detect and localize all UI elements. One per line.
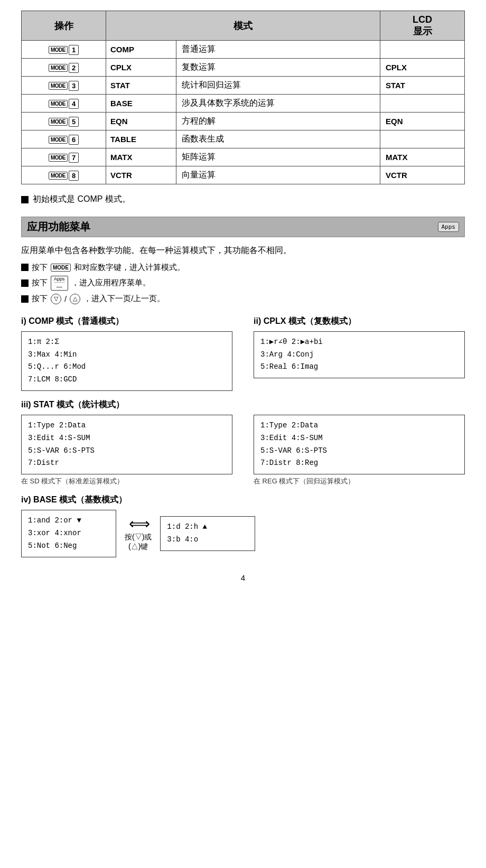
bullet-icon-3 xyxy=(21,295,29,303)
display-line: 7:Distr 8:Reg xyxy=(260,457,458,470)
display-line: 1:π 2:Σ xyxy=(28,336,226,349)
bullet2-rest: ，进入应用程序菜单。 xyxy=(71,278,151,288)
desc-cell: 普通运算 xyxy=(176,41,380,59)
bullet3-pre: 按下 xyxy=(32,294,48,304)
display-line: 3:Edit 4:S-SUM xyxy=(28,432,226,445)
op-cell: MODE1 xyxy=(22,41,106,59)
table-row: MODE4BASE涉及具体数字系统的运算 xyxy=(22,95,465,113)
stat-row: 1:Type 2:Data3:Edit 4:S-SUM5:S-VAR 6:S-P… xyxy=(21,415,465,486)
lcd-cell: STAT xyxy=(380,77,465,95)
mode-name-cell: EQN xyxy=(106,113,176,130)
arrow-icon: ⟺ xyxy=(129,515,148,533)
bullet2-pre: 按下 xyxy=(32,278,48,288)
table-row: MODE6TABLE函数表生成 xyxy=(22,130,465,148)
table-row: MODE7MATX矩阵运算MATX xyxy=(22,148,465,166)
base-right-display: 1:d 2:h ▲3:b 4:o xyxy=(160,516,255,551)
cplx-display: 1:▶r∠θ 2:▶a+bi3:Arg 4:Conj5:Real 6:Imag xyxy=(254,331,465,378)
lcd-cell xyxy=(380,41,465,59)
mode-name-cell: MATX xyxy=(106,148,176,166)
lcd-cell xyxy=(380,95,465,113)
display-line: 5:S-VAR 6:S-PTS xyxy=(28,445,226,458)
bullet3-slash: / xyxy=(64,294,67,303)
bullet1-rest: 和对应数字键，进入计算模式。 xyxy=(74,263,185,273)
op-cell: MODE7 xyxy=(22,148,106,166)
display-line: 1:▶r∠θ 2:▶a+bi xyxy=(260,336,458,349)
table-header-mode: 模式 xyxy=(106,11,380,41)
bullet-icon-2 xyxy=(21,279,29,287)
bullet-line-3: 按下 ▽ / △ ，进入下一页/上一页。 xyxy=(21,294,465,304)
table-header-lcd: LCD显示 xyxy=(380,11,465,41)
table-row: MODE2CPLX复数运算CPLX xyxy=(22,59,465,77)
desc-cell: 涉及具体数字系统的运算 xyxy=(176,95,380,113)
mode-name-cell: COMP xyxy=(106,41,176,59)
mode-name-cell: TABLE xyxy=(106,130,176,148)
display-line: 1:and 2:or ▼ xyxy=(28,515,109,527)
op-cell: MODE4 xyxy=(22,95,106,113)
desc-cell: 统计和回归运算 xyxy=(176,77,380,95)
base-row: 1:and 2:or ▼3:xor 4:xnor5:Not 6:Neg ⟺ 按(… xyxy=(21,510,465,557)
bullet1-pre: 按下 xyxy=(32,263,48,273)
apps-title: 应用功能菜单 xyxy=(27,220,90,234)
display-line: 1:Type 2:Data xyxy=(260,419,458,432)
lcd-cell: EQN xyxy=(380,113,465,130)
display-line: 1:d 2:h ▲ xyxy=(167,521,248,534)
comp-display: 1:π 2:Σ3:Max 4:Min5:Q...r 6:Mod7:LCM 8:G… xyxy=(21,331,232,391)
base-left-display: 1:and 2:or ▼3:xor 4:xnor5:Not 6:Neg xyxy=(21,510,116,557)
desc-cell: 向量运算 xyxy=(176,166,380,184)
stat-sd-block: 1:Type 2:Data3:Edit 4:S-SUM5:S-VAR 6:S-P… xyxy=(21,415,232,486)
lcd-cell: VCTR xyxy=(380,166,465,184)
lcd-cell: CPLX xyxy=(380,59,465,77)
op-cell: MODE5 xyxy=(22,113,106,130)
table-row: MODE5EQN方程的解EQN xyxy=(22,113,465,130)
apps-key-label: Apps xyxy=(54,277,65,282)
base-arrow-block: ⟺ 按(▽)或(△)键 xyxy=(125,515,152,552)
apps-description: 应用菜单中包含各种数学功能。在每一种运算模式下，其功能各不相同。 xyxy=(21,244,465,257)
lcd-cell xyxy=(380,130,465,148)
bullet-line-1: 按下 MODE 和对应数字键，进入计算模式。 xyxy=(21,263,465,273)
base-title: iv) BASE 模式（基数模式） xyxy=(21,494,465,506)
bullet3-rest: ，进入下一页/上一页。 xyxy=(83,294,165,304)
desc-cell: 复数运算 xyxy=(176,59,380,77)
mode-name-cell: VCTR xyxy=(106,166,176,184)
mode-name-cell: STAT xyxy=(106,77,176,95)
stat-reg-block: 1:Type 2:Data3:Edit 4:S-SUM5:S-VAR 6:S-P… xyxy=(254,415,465,486)
table-row: MODE1COMP普通运算 xyxy=(22,41,465,59)
cplx-block: ii) CPLX 模式（复数模式） 1:▶r∠θ 2:▶a+bi3:Arg 4:… xyxy=(254,307,465,391)
table-row: MODE8VCTR向量运算VCTR xyxy=(22,166,465,184)
display-line: 5:S-VAR 6:S-PTS xyxy=(260,445,458,458)
mode-table: 操作 模式 LCD显示 MODE1COMP普通运算MODE2CPLX复数运算CP… xyxy=(21,11,465,184)
desc-cell: 函数表生成 xyxy=(176,130,380,148)
op-cell: MODE2 xyxy=(22,59,106,77)
bullet-line-2: 按下 Apps ― ，进入应用程序菜单。 xyxy=(21,276,465,291)
mode-key-inline: MODE xyxy=(51,264,71,272)
apps-section-header: 应用功能菜单 Apps xyxy=(21,217,465,237)
display-line: 7:Distr xyxy=(28,457,226,470)
up-key: △ xyxy=(70,294,80,304)
apps-key-inline: Apps ― xyxy=(51,276,68,291)
display-line: 5:Q...r 6:Mod xyxy=(28,361,226,374)
op-cell: MODE8 xyxy=(22,166,106,184)
comp-block: i) COMP 模式（普通模式） 1:π 2:Σ3:Max 4:Min5:Q..… xyxy=(21,307,232,391)
desc-cell: 方程的解 xyxy=(176,113,380,130)
base-key-label-line: (△)键 xyxy=(128,542,148,550)
display-line: 3:Arg 4:Conj xyxy=(260,349,458,361)
desc-cell: 矩阵运算 xyxy=(176,148,380,166)
display-line: 5:Real 6:Imag xyxy=(260,361,458,374)
cplx-title: ii) CPLX 模式（复数模式） xyxy=(254,316,465,327)
stat-reg-display: 1:Type 2:Data3:Edit 4:S-SUM5:S-VAR 6:S-P… xyxy=(254,415,465,474)
bullet-icon-1 xyxy=(21,264,29,271)
note-text: 初始模式是 COMP 模式。 xyxy=(33,194,130,205)
lcd-cell: MATX xyxy=(380,148,465,166)
display-line: 1:Type 2:Data xyxy=(28,419,226,432)
display-line: 7:LCM 8:GCD xyxy=(28,374,226,386)
table-row: MODE3STAT统计和回归运算STAT xyxy=(22,77,465,95)
table-header-op: 操作 xyxy=(22,11,106,41)
base-key-label: 按(▽)或(△)键 xyxy=(125,533,152,552)
comp-title: i) COMP 模式（普通模式） xyxy=(21,316,232,327)
display-line: 5:Not 6:Neg xyxy=(28,540,109,553)
mode-name-cell: CPLX xyxy=(106,59,176,77)
stat-section: iii) STAT 模式（统计模式） 1:Type 2:Data3:Edit 4… xyxy=(21,399,465,486)
stat-sd-label: 在 SD 模式下（标准差运算模式） xyxy=(21,477,232,486)
op-cell: MODE3 xyxy=(22,77,106,95)
display-line: 3:Max 4:Min xyxy=(28,349,226,361)
